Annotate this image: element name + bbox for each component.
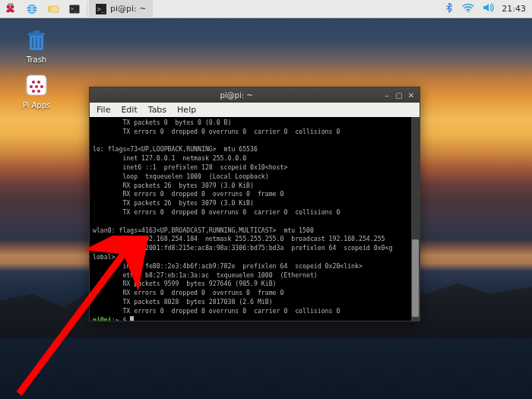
taskbar-separator xyxy=(87,2,87,17)
svg-text:>_: >_ xyxy=(71,6,78,12)
terminal-body[interactable]: TX packets 0 bytes 0 (0.0 B) TX errors 0… xyxy=(90,117,420,321)
svg-point-19 xyxy=(37,81,40,84)
svg-point-18 xyxy=(32,81,35,84)
svg-point-20 xyxy=(30,85,33,88)
terminal-output: TX packets 0 bytes 0 (0.0 B) TX errors 0… xyxy=(93,119,410,321)
taskbar: >_ >_ pi@pi: ~ 21:43 xyxy=(0,0,532,18)
taskbar-item-terminal[interactable]: >_ pi@pi: ~ xyxy=(89,0,153,18)
window-titlebar[interactable]: pi@pi: ~ – ▢ ✕ xyxy=(90,87,420,103)
window-minimize-button[interactable]: – xyxy=(382,90,392,100)
terminal-icon: >_ xyxy=(96,4,106,14)
menu-tabs[interactable]: Tabs xyxy=(143,105,172,115)
terminal-launcher-icon[interactable]: >_ xyxy=(64,0,85,18)
svg-rect-15 xyxy=(36,37,37,48)
clock[interactable]: 21:43 xyxy=(502,4,526,14)
svg-rect-14 xyxy=(32,37,33,48)
desktop-icon-label: Pi Apps xyxy=(14,101,59,109)
web-browser-icon[interactable] xyxy=(21,0,43,18)
svg-point-4 xyxy=(11,9,14,12)
window-close-button[interactable]: ✕ xyxy=(406,90,416,100)
menu-file[interactable]: File xyxy=(91,105,116,115)
menu-help[interactable]: Help xyxy=(172,105,201,115)
scrollbar-thumb[interactable] xyxy=(412,239,419,317)
svg-point-10 xyxy=(467,11,469,12)
bluetooth-icon[interactable] xyxy=(444,2,454,15)
wifi-icon[interactable] xyxy=(462,2,474,15)
file-manager-icon[interactable] xyxy=(43,0,64,18)
terminal-scrollbar[interactable] xyxy=(411,117,420,321)
volume-icon[interactable] xyxy=(482,2,494,15)
terminal-menubar: File Edit Tabs Help xyxy=(90,103,420,117)
svg-rect-7 xyxy=(50,6,59,12)
terminal-window: pi@pi: ~ – ▢ ✕ File Edit Tabs Help TX pa… xyxy=(89,87,420,321)
svg-point-24 xyxy=(37,90,40,93)
svg-point-3 xyxy=(6,9,9,12)
window-title: pi@pi: ~ xyxy=(93,91,380,100)
desktop-icon-trash[interactable]: Trash xyxy=(14,26,59,64)
desktop-icon-piapps[interactable]: Pi Apps xyxy=(14,71,59,109)
piapps-icon xyxy=(23,71,50,99)
svg-rect-13 xyxy=(33,30,40,33)
window-maximize-button[interactable]: ▢ xyxy=(394,90,404,100)
taskbar-item-label: pi@pi: ~ xyxy=(110,4,147,14)
svg-point-23 xyxy=(32,90,35,93)
menu-raspberry-icon[interactable] xyxy=(0,0,21,18)
svg-point-21 xyxy=(35,85,38,88)
trash-icon xyxy=(23,26,50,53)
svg-rect-16 xyxy=(40,37,41,48)
menu-edit[interactable]: Edit xyxy=(116,105,142,115)
desktop-icon-label: Trash xyxy=(14,55,59,64)
svg-point-22 xyxy=(40,85,43,88)
